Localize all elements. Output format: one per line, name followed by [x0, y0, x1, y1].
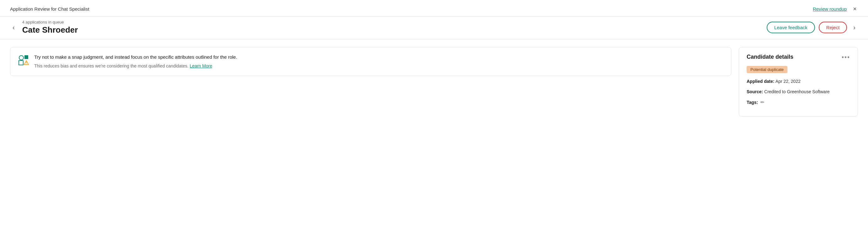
- source-value-text: Credited to Greenhouse Software: [764, 89, 830, 94]
- candidate-details-panel: Candidate details ••• Potential duplicat…: [739, 47, 858, 116]
- sub-header: ‹ 4 applications in queue Cate Shroeder …: [0, 17, 868, 39]
- svg-rect-1: [19, 61, 23, 65]
- candidate-info: 4 applications in queue Cate Shroeder: [22, 20, 78, 35]
- bias-sub-text: This reduces bias and ensures we're cons…: [34, 63, 723, 70]
- learn-more-link[interactable]: Learn More: [190, 63, 212, 68]
- top-bar: Application Review for Chat Specialist R…: [0, 0, 868, 17]
- close-button[interactable]: ×: [852, 5, 858, 12]
- svg-point-5: [26, 64, 27, 64]
- page-title: Application Review for Chat Specialist: [10, 6, 89, 11]
- source-label: Source:: [747, 89, 763, 94]
- potential-duplicate-badge: Potential duplicate: [747, 66, 787, 73]
- top-bar-actions: Review roundup ×: [813, 5, 858, 12]
- tags-label: Tags:: [747, 99, 758, 106]
- source-row: Source: Credited to Greenhouse Software: [747, 88, 850, 95]
- applied-date-value-text: Apr 22, 2022: [775, 79, 801, 84]
- sub-header-left: ‹ 4 applications in queue Cate Shroeder: [10, 20, 78, 35]
- tags-edit-icon[interactable]: ✏: [761, 99, 765, 106]
- candidate-details-header: Candidate details •••: [747, 54, 850, 60]
- sub-header-right: Leave feedback Reject ›: [767, 22, 858, 33]
- candidate-details-title: Candidate details: [747, 54, 794, 60]
- bias-main-text: Try not to make a snap judgment, and ins…: [34, 54, 723, 61]
- review-roundup-link[interactable]: Review roundup: [813, 6, 847, 11]
- prev-candidate-button[interactable]: ‹: [10, 23, 17, 32]
- next-candidate-button[interactable]: ›: [851, 23, 858, 32]
- more-options-button[interactable]: •••: [842, 54, 850, 60]
- applied-date-row: Applied date: Apr 22, 2022: [747, 78, 850, 85]
- reject-button[interactable]: Reject: [819, 22, 847, 33]
- main-content: Try not to make a snap judgment, and ins…: [0, 39, 868, 124]
- bias-reminder-box: Try not to make a snap judgment, and ins…: [10, 47, 731, 76]
- svg-rect-2: [25, 55, 28, 59]
- svg-point-0: [19, 56, 24, 60]
- applied-date-label: Applied date:: [747, 79, 775, 84]
- candidate-name: Cate Shroeder: [22, 25, 78, 35]
- tags-row: Tags: ✏: [747, 99, 850, 106]
- bias-icon: [18, 54, 29, 65]
- queue-count: 4 applications in queue: [22, 20, 78, 25]
- bias-text: Try not to make a snap judgment, and ins…: [34, 54, 723, 70]
- leave-feedback-button[interactable]: Leave feedback: [767, 22, 815, 33]
